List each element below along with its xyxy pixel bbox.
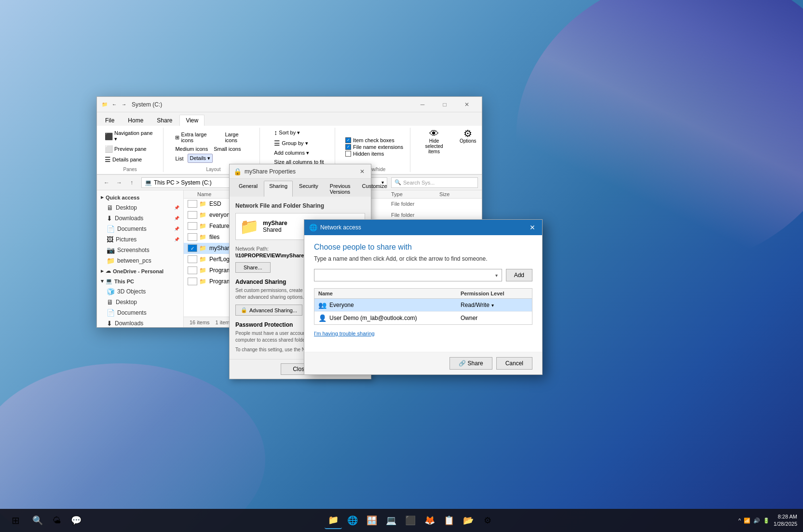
share-list-header: Name Permission Level	[314, 289, 532, 299]
taskbar-firefox-btn[interactable]: 🦊	[421, 512, 438, 529]
maximize-button[interactable]: □	[434, 97, 456, 112]
taskbar-terminal-btn[interactable]: ⬛	[402, 512, 419, 529]
tab-security[interactable]: Security	[294, 181, 324, 197]
taskbar-unknown1-btn[interactable]: 📋	[440, 512, 458, 529]
quick-access-header[interactable]: ▸ Quick access	[97, 192, 183, 202]
item-check-boxes-checkbox[interactable]: ✓ Item check boxes	[345, 137, 403, 143]
share-row-user-demo[interactable]: 👤 User Demo (m_lab@outlook.com) Owner	[314, 312, 532, 324]
col-type[interactable]: Type	[391, 191, 439, 197]
back-button[interactable]: ←	[101, 177, 112, 188]
tab-customize[interactable]: Customize	[357, 181, 393, 197]
checkbox-perflogs[interactable]	[188, 255, 197, 263]
properties-title-icon: 🔒	[233, 168, 242, 175]
network-share-btn[interactable]: 🔗 Share	[449, 357, 492, 370]
taskbar-settings-btn[interactable]: ⚙	[479, 512, 496, 529]
documents-label: Documents	[117, 226, 147, 232]
tab-view[interactable]: View	[179, 115, 204, 126]
extra-large-icons-btn[interactable]: ⊞ Extra large icons	[173, 131, 221, 144]
tab-general[interactable]: General	[233, 181, 263, 197]
sidebar-item-screenshots[interactable]: 📷 Screenshots	[97, 245, 183, 255]
taskbar-unknown2-btn[interactable]: 📂	[460, 512, 477, 529]
search-icon: 🔍	[395, 179, 401, 186]
small-icons-btn[interactable]: Small icons	[212, 145, 243, 153]
network-dialog-close-btn[interactable]: ✕	[528, 223, 537, 232]
details-btn[interactable]: Details ▾	[188, 154, 213, 163]
minimize-button[interactable]: ─	[411, 97, 434, 112]
checkbox-esd[interactable]	[188, 200, 197, 208]
tray-chevron-icon[interactable]: ^	[738, 518, 741, 523]
taskbar-edge-btn[interactable]: 🌐	[344, 512, 361, 529]
medium-icons-btn[interactable]: Medium icons	[173, 145, 210, 153]
taskbar-ms-icon-btn[interactable]: 🪟	[363, 512, 381, 529]
checkbox-programf2[interactable]	[188, 278, 197, 285]
add-columns-btn[interactable]: Add columns ▾	[272, 149, 326, 157]
tab-file[interactable]: File	[99, 115, 121, 126]
explorer-sidebar: ▸ Quick access 🖥 Desktop 📌 ⬇ Downloads 📌…	[97, 190, 184, 327]
network-cancel-btn[interactable]: Cancel	[496, 357, 532, 370]
advanced-sharing-btn[interactable]: 🔒 Advanced Sharing...	[235, 305, 302, 316]
col-size[interactable]: Size	[439, 191, 478, 197]
hide-selected-items-btn[interactable]: 👁 Hide selecteditems	[418, 128, 450, 172]
this-pc-header[interactable]: ▾ 💻 This PC	[97, 276, 183, 286]
large-icons-btn[interactable]: Large icons	[223, 131, 253, 144]
documents2-label: Documents	[117, 309, 147, 316]
title-back-icon[interactable]: ←	[110, 101, 118, 108]
preview-pane-btn[interactable]: ⬜ Preview pane	[103, 144, 157, 154]
search-box[interactable]: 🔍 Search Sys...	[391, 177, 478, 188]
trouble-sharing-link[interactable]: I'm having trouble sharing	[314, 331, 532, 336]
user-demo-name: User Demo (m_lab@outlook.com)	[329, 315, 461, 321]
sidebar-item-between-pcs[interactable]: 📁 between_pcs	[97, 255, 183, 266]
tray-battery-icon[interactable]: 🔋	[763, 518, 770, 524]
share-button[interactable]: Share...	[235, 262, 271, 273]
sidebar-item-pictures[interactable]: 🖼 Pictures 📌	[97, 234, 183, 245]
share-row-everyone[interactable]: 👥 Everyone Read/Write ▾	[314, 299, 532, 312]
sidebar-item-desktop2[interactable]: 🖥 Desktop	[97, 297, 183, 307]
share-input-field[interactable]	[318, 272, 495, 279]
sidebar-item-documents2[interactable]: 📄 Documents	[97, 307, 183, 318]
share-input-dropdown[interactable]: ▾	[495, 273, 498, 278]
title-forward-icon[interactable]: →	[120, 101, 128, 108]
checkbox-featureup[interactable]	[188, 222, 197, 230]
share-name-input[interactable]: ▾	[314, 269, 502, 281]
start-button[interactable]: ⊞	[4, 509, 27, 532]
navigation-pane-btn[interactable]: ⬛ Navigation pane ▾	[103, 129, 157, 143]
hidden-items-checkbox[interactable]: Hidden items	[345, 151, 403, 157]
options-btn[interactable]: ⚙ Options	[458, 128, 478, 172]
taskbar-widgets-icon: 🌤	[53, 516, 61, 526]
taskbar-chat-btn[interactable]: 💬	[68, 512, 85, 529]
perm-dropdown-arrow[interactable]: ▾	[491, 303, 494, 308]
tray-network-icon[interactable]: 📶	[744, 518, 750, 524]
file-name-extensions-checkbox[interactable]: ✓ File name extensions	[345, 144, 403, 150]
sidebar-item-desktop[interactable]: 🖥 Desktop 📌	[97, 202, 183, 213]
tab-sharing[interactable]: Sharing	[264, 181, 293, 197]
checkbox-myshare[interactable]: ✓	[188, 244, 197, 252]
up-button[interactable]: ↑	[126, 177, 137, 188]
properties-close-btn[interactable]: ✕	[357, 167, 367, 176]
taskbar-widgets-btn[interactable]: 🌤	[48, 512, 66, 529]
taskbar-search-btn[interactable]: 🔍	[29, 512, 46, 529]
list-btn[interactable]: List	[173, 155, 185, 162]
checkbox-everyone[interactable]	[188, 211, 197, 219]
forward-button[interactable]: →	[113, 177, 125, 188]
tab-previous-versions[interactable]: Previous Versions	[325, 181, 356, 197]
sidebar-item-documents[interactable]: 📄 Documents 📌	[97, 224, 183, 234]
sidebar-item-downloads[interactable]: ⬇ Downloads 📌	[97, 213, 183, 224]
tray-volume-icon[interactable]: 🔊	[753, 518, 760, 524]
sort-by-btn[interactable]: ↕ Sort by ▾	[272, 128, 326, 137]
taskbar-vscode-btn[interactable]: 💻	[382, 512, 400, 529]
checkbox-files[interactable]	[188, 233, 197, 241]
add-user-button[interactable]: Add	[506, 269, 532, 281]
onedrive-header[interactable]: ▸ ☁ OneDrive - Personal	[97, 266, 183, 276]
taskbar-explorer-btn[interactable]: 📁	[325, 512, 342, 529]
group-by-btn[interactable]: ☰ Group by ▾	[272, 138, 326, 148]
sidebar-item-3d-objects[interactable]: 🧊 3D Objects	[97, 286, 183, 297]
sidebar-item-downloads2[interactable]: ⬇ Downloads	[97, 318, 183, 327]
checkbox-programf1[interactable]	[188, 266, 197, 274]
close-button[interactable]: ✕	[456, 97, 478, 112]
taskbar-clock[interactable]: 8:28 AM 1/28/2025	[774, 513, 797, 528]
details-pane-btn[interactable]: ☰ Details pane	[103, 155, 157, 164]
tab-share[interactable]: Share	[150, 115, 178, 126]
taskbar-vscode-icon: 💻	[386, 515, 396, 526]
tab-home[interactable]: Home	[122, 115, 150, 126]
share-input-row: ▾ Add	[314, 269, 532, 281]
